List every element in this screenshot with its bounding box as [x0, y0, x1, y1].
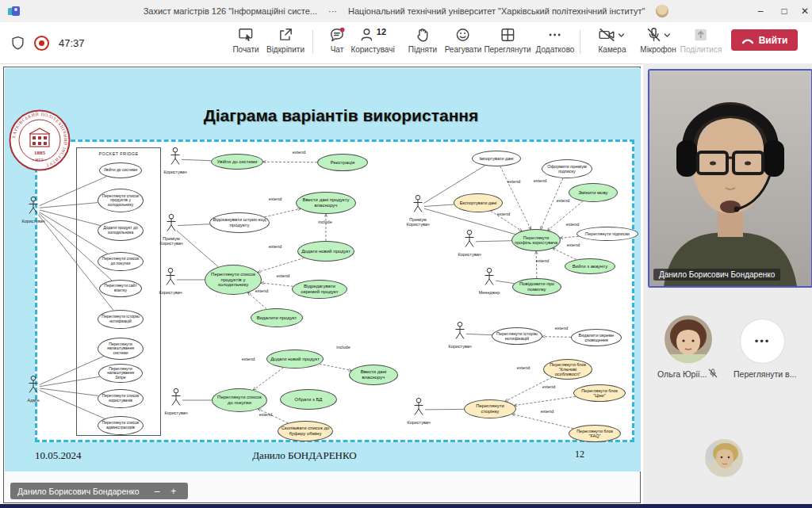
participant-muted-mic-icon	[708, 369, 718, 378]
chat-icon	[329, 27, 345, 43]
taskbar-edge	[0, 504, 812, 508]
chat-badge	[340, 28, 345, 32]
view-button[interactable]: Переглянути	[484, 27, 530, 54]
more-dots: •••	[755, 335, 771, 347]
start-share-button[interactable]: Почати	[232, 27, 259, 54]
presenter-name-pill: Данило Борисович Бондаренко	[10, 483, 147, 499]
minimize-button[interactable]: –	[749, 0, 772, 22]
participant-name: Ольга Юрії...	[657, 369, 707, 379]
screen-share-icon	[238, 27, 254, 43]
diagram-canvas	[35, 139, 634, 442]
active-speaker-video[interactable]: Данило Борисович Бондаренко	[648, 69, 812, 288]
leave-button[interactable]: Вийти	[731, 29, 798, 51]
participants-count: 12	[377, 27, 386, 36]
close-button[interactable]: ✕	[793, 0, 812, 22]
mic-off-icon	[645, 27, 661, 43]
window-titlebar: Захист магістрів 126 "Інформаційні систе…	[0, 0, 812, 22]
meeting-title: Захист магістрів 126 "Інформаційні систе…	[144, 6, 317, 16]
video-sidebar: Данило Борисович Бондаренко ; ••• Ольга …	[643, 63, 812, 504]
hangup-icon	[741, 36, 754, 45]
zoom-controls: – +	[143, 483, 188, 499]
grid-view-icon	[500, 27, 515, 43]
toolbar-divider	[580, 30, 580, 54]
chevron-down-icon[interactable]	[663, 27, 671, 43]
share-up-icon	[693, 27, 709, 43]
participants-icon	[359, 27, 375, 43]
ellipsis-icon	[547, 27, 563, 43]
raise-hand-icon	[415, 27, 431, 43]
slide-author: Данило БОНДАРЕНКО	[201, 449, 408, 462]
mic-button[interactable]: Мікрофон	[640, 27, 676, 54]
more-participants-button[interactable]: •••	[740, 319, 785, 364]
chevron-down-icon[interactable]	[618, 27, 626, 43]
camera-off-icon	[599, 27, 616, 43]
view-more-label[interactable]: Переглянути в...	[733, 369, 796, 379]
meeting-timer: 47:37	[59, 37, 85, 49]
smiley-icon	[455, 27, 471, 43]
raise-hand-button[interactable]: Підняти	[408, 27, 437, 54]
zoom-in-button[interactable]: +	[170, 486, 176, 497]
recording-indicator-icon	[34, 36, 49, 51]
participant-avatar[interactable]: ;	[665, 315, 712, 363]
slide-page-number: 12	[569, 449, 590, 460]
camera-button[interactable]: Камера	[599, 27, 626, 54]
seal-year: 1885	[34, 150, 46, 156]
shield-icon	[11, 36, 25, 50]
organization-title: Національний технічний університет "Харк…	[348, 6, 645, 16]
speaker-video-feed	[649, 71, 811, 286]
university-seal-logo: ХАРКІВСЬКИЙ ПОЛІТЕХНІЧНИЙ ІНСТИТУТ 1885 …	[9, 109, 71, 171]
slide-date: 10.05.2024	[35, 449, 82, 462]
unpin-button[interactable]: Відкріпити	[266, 27, 304, 54]
slide-title: Діаграма варіантів використання	[87, 106, 595, 125]
toolbar-divider	[312, 30, 313, 54]
meeting-toolbar: 47:37 Почати Відкріпити Чат	[0, 22, 812, 64]
share-button-disabled: Поділитися	[680, 27, 722, 54]
participants-button[interactable]: 12 Користувачі	[350, 27, 394, 54]
more-button[interactable]: Додатково	[536, 27, 575, 54]
chat-button[interactable]: Чат	[329, 27, 345, 54]
titlebar-avatar	[656, 5, 668, 17]
participant-avatar-bottom[interactable]	[705, 439, 743, 477]
popout-icon	[278, 27, 293, 43]
speaker-name-tag: Данило Борисович Бондаренко	[653, 269, 780, 281]
react-button[interactable]: Реагувати	[445, 27, 482, 54]
seal-ntu: • НТУ •	[33, 158, 47, 162]
title-dots[interactable]: ···	[328, 6, 337, 16]
zoom-out-button[interactable]: –	[155, 486, 160, 497]
